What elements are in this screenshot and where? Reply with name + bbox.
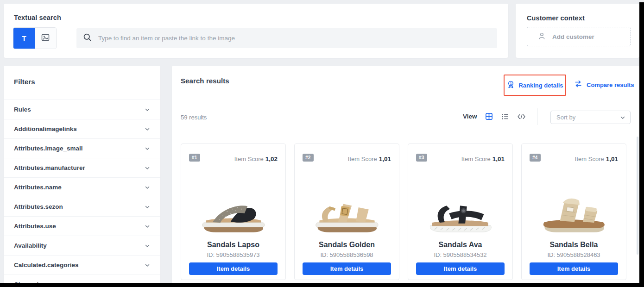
person-icon (537, 31, 546, 42)
item-details-button[interactable]: Item details (530, 262, 618, 275)
filters-panel: Filters Rules Additionalimagelinks Attri… (4, 66, 160, 287)
product-name: Sandals Bella (522, 241, 626, 249)
ranking-details-label: Ranking details (518, 82, 563, 89)
results-count: 59 results (181, 114, 207, 121)
chevron-down-icon (620, 115, 625, 120)
grid-view-icon[interactable] (485, 112, 493, 121)
medal-icon: 1 (506, 80, 515, 91)
item-score: Item Score1,02 (234, 156, 278, 162)
filter-item-availability[interactable]: Availability (4, 236, 160, 255)
chevron-down-icon (145, 185, 150, 190)
image-icon (41, 33, 50, 44)
filter-item-attributes-manufacturer[interactable]: Attributes.manufacturer (4, 158, 160, 177)
header-divider (172, 103, 639, 103)
chevron-down-icon (145, 204, 150, 210)
product-id: ID: 5905588534532 (408, 251, 512, 258)
product-name: Sandals Lapso (181, 241, 285, 249)
list-view-icon[interactable] (501, 112, 510, 121)
add-customer-label: Add customer (552, 33, 594, 40)
add-customer-button[interactable]: Add customer (527, 27, 631, 46)
screen-border-right (639, 2, 644, 287)
vertical-divider (537, 108, 538, 125)
filters-list: Rules Additionalimagelinks Attributes.im… (4, 100, 160, 287)
search-input-wrapper (76, 28, 497, 48)
filter-item-attributes-use[interactable]: Attributes.use (4, 216, 160, 236)
rank-badge: #1 (189, 154, 200, 162)
search-results-title: Search results (181, 77, 229, 85)
search-icon (83, 33, 92, 44)
filter-item-attributes-image-small[interactable]: Attributes.image_small (4, 138, 160, 158)
product-name: Sandals Ava (408, 241, 512, 249)
item-details-button[interactable]: Item details (303, 262, 391, 275)
text-mode-icon: T (22, 34, 26, 42)
rank-badge: #3 (416, 154, 427, 162)
compare-results-button[interactable]: Compare results (574, 80, 634, 90)
filter-item-calculated-categories[interactable]: Calculated.categories (4, 255, 160, 275)
search-mode-toggle: T (13, 27, 57, 49)
filter-item-additionalimagelinks[interactable]: Additionalimagelinks (4, 119, 160, 138)
svg-text:1: 1 (510, 81, 512, 85)
customer-context-title: Customer context (527, 14, 585, 22)
product-image-sandals-ava (424, 185, 497, 235)
chevron-down-icon (145, 243, 150, 249)
product-id: ID: 5905588535973 (181, 251, 285, 258)
vertical-scrollbar[interactable] (637, 137, 638, 255)
search-results-panel: Search results 1 Ranking details Compare… (172, 66, 639, 287)
sort-by-placeholder: Sort by (556, 114, 575, 121)
filter-item-attributes-name[interactable]: Attributes.name (4, 177, 160, 197)
product-card: #4 Item Score1,01 Sandals Bella ID: 5905… (521, 144, 626, 280)
chevron-down-icon (145, 224, 150, 229)
product-card: #2 Item Score1,01 Sandals Golden ID: 590… (294, 144, 399, 280)
app-screen: Textual search T Customer context Add (0, 0, 644, 287)
chevron-down-icon (145, 126, 150, 132)
product-id: ID: 5905588528463 (522, 251, 626, 258)
chevron-down-icon (145, 146, 150, 151)
chevron-down-icon (145, 262, 150, 268)
ranking-details-button[interactable]: 1 Ranking details (504, 75, 566, 96)
item-score: Item Score1,01 (461, 156, 505, 162)
product-image-sandals-lapso (197, 185, 270, 235)
compare-arrows-icon (574, 80, 583, 90)
item-details-button[interactable]: Item details (416, 262, 505, 275)
search-input[interactable] (97, 34, 491, 42)
compare-results-label: Compare results (587, 81, 634, 88)
filters-title: Filters (14, 78, 35, 86)
customer-context-card: Customer context Add customer (516, 4, 639, 58)
textual-search-title: Textual search (14, 14, 61, 21)
product-name: Sandals Golden (295, 241, 399, 249)
filter-item-attributes-sezon[interactable]: Attributes.sezon (4, 197, 160, 216)
item-details-button[interactable]: Item details (189, 262, 278, 275)
filter-item-rules[interactable]: Rules (4, 100, 160, 119)
text-search-mode-button[interactable]: T (13, 28, 35, 49)
sort-by-select[interactable]: Sort by (550, 111, 631, 124)
rank-badge: #4 (530, 154, 541, 162)
code-view-icon[interactable] (517, 112, 526, 121)
product-image-sandals-bella (538, 185, 610, 235)
chevron-down-icon (145, 107, 150, 112)
product-id: ID: 5905588536598 (295, 251, 399, 258)
image-search-mode-button[interactable] (35, 28, 56, 49)
view-switcher: View (463, 112, 526, 121)
textual-search-card: Textual search T (4, 4, 508, 58)
chevron-down-icon (145, 165, 150, 171)
product-card: #3 Item Score1,01 Sandals Ava ID: 590558… (408, 144, 513, 280)
rank-badge: #2 (303, 154, 314, 162)
product-image-sandals-golden (311, 185, 383, 235)
view-label: View (463, 113, 477, 120)
product-card: #1 Item Score1,02 Sandals Lapso ID: 5905… (181, 144, 286, 280)
item-score: Item Score1,01 (348, 156, 391, 162)
screen-border-bottom (0, 283, 644, 287)
item-score: Item Score1,01 (575, 156, 618, 162)
